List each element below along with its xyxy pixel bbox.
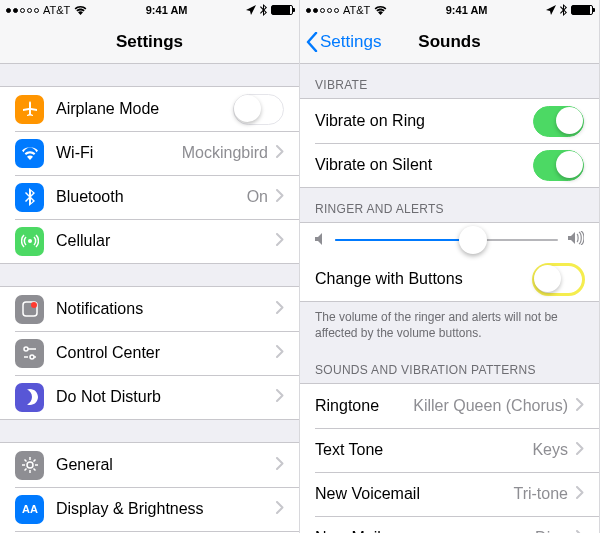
back-button[interactable]: Settings [300,32,381,52]
row-label: New Voicemail [315,485,513,503]
chevron-right-icon [276,188,284,206]
chevron-right-icon [276,388,284,406]
nav-bar: Settings [0,20,299,64]
svg-text:AA: AA [22,503,38,515]
row-label: Notifications [56,300,276,318]
section-header-vibrate: VIBRATE [300,64,599,98]
status-bar: AT&T 9:41 AM [0,0,299,20]
bluetooth-icon [15,183,44,212]
airplane-icon [15,95,44,124]
row-value: Mockingbird [182,144,268,162]
chevron-right-icon [576,397,584,415]
brightness-icon: AA [15,495,44,524]
settings-row-control-center[interactable]: Control Center [0,331,299,375]
location-icon [246,5,256,15]
chevron-right-icon [276,300,284,318]
carrier: AT&T [343,4,370,16]
settings-row-general[interactable]: General [0,443,299,487]
svg-point-2 [31,302,37,308]
settings-row-cellular[interactable]: Cellular [0,219,299,263]
chevron-right-icon [576,441,584,459]
section-header-ringer: RINGER AND ALERTS [300,188,599,222]
moon-icon [15,383,44,412]
toggle[interactable] [533,150,584,181]
section-header-sounds: SOUNDS AND VIBRATION PATTERNS [300,349,599,383]
chevron-right-icon [576,529,584,533]
row-label: Wi-Fi [56,144,182,162]
row-label: Cellular [56,232,276,250]
ringer-footer: The volume of the ringer and alerts will… [300,302,599,349]
settings-row-display-brightness[interactable]: AADisplay & Brightness [0,487,299,531]
gear-icon [15,451,44,480]
row-label: General [56,456,276,474]
row-label: Do Not Disturb [56,388,276,406]
chevron-right-icon [276,500,284,518]
chevron-right-icon [276,344,284,362]
row-value: Killer Queen (Chorus) [413,397,568,415]
settings-row-bluetooth[interactable]: BluetoothOn [0,175,299,219]
chevron-right-icon [276,456,284,474]
ringer-volume-slider[interactable] [300,223,599,257]
row-value: Ding [535,529,568,533]
status-bar: AT&T 9:41 AM [300,0,599,20]
row-label: Control Center [56,344,276,362]
row-label: Airplane Mode [56,100,233,118]
cellular-icon [15,227,44,256]
chevron-right-icon [276,144,284,162]
sound-row-new-voicemail[interactable]: New VoicemailTri-tone [300,472,599,516]
wifi-icon [15,139,44,168]
svg-point-3 [24,347,28,351]
status-time: 9:41 AM [146,4,188,16]
volume-low-icon [315,231,325,249]
change-with-buttons-toggle[interactable] [533,264,584,295]
settings-pane: AT&T 9:41 AM Settings Airplane ModeWi-Fi… [0,0,300,533]
slider-track[interactable] [335,239,558,241]
toggle[interactable] [533,106,584,137]
settings-row-wi-fi[interactable]: Wi-FiMockingbird [0,131,299,175]
sound-row-ringtone[interactable]: RingtoneKiller Queen (Chorus) [300,384,599,428]
vibrate-row[interactable]: Vibrate on Ring [300,99,599,143]
signal-icon [6,8,39,13]
row-label: Vibrate on Ring [315,112,533,130]
chevron-left-icon [306,32,318,52]
row-label: Text Tone [315,441,532,459]
page-title: Settings [0,32,299,52]
battery-icon [271,5,293,15]
control-center-icon [15,339,44,368]
svg-point-0 [28,239,32,243]
settings-row-do-not-disturb[interactable]: Do Not Disturb [0,375,299,419]
notifications-icon [15,295,44,324]
sound-row-new-mail[interactable]: New MailDing [300,516,599,533]
toggle[interactable] [233,94,284,125]
wifi-status-icon [374,6,387,15]
settings-row-notifications[interactable]: Notifications [0,287,299,331]
row-value: Tri-tone [513,485,568,503]
bluetooth-status-icon [260,4,267,16]
bluetooth-status-icon [560,4,567,16]
location-icon [546,5,556,15]
row-label: Change with Buttons [315,270,533,288]
nav-bar: Settings Sounds [300,20,599,64]
row-label: Ringtone [315,397,413,415]
row-label: New Mail [315,529,535,533]
chevron-right-icon [276,232,284,250]
row-label: Bluetooth [56,188,247,206]
sounds-pane: AT&T 9:41 AM Settings Sounds VIBRATE Vib… [300,0,600,533]
row-label: Vibrate on Silent [315,156,533,174]
svg-point-5 [27,462,33,468]
signal-icon [306,8,339,13]
settings-row-airplane-mode[interactable]: Airplane Mode [0,87,299,131]
row-value: On [247,188,268,206]
back-label: Settings [320,32,381,52]
vibrate-row[interactable]: Vibrate on Silent [300,143,599,187]
settings-list[interactable]: Airplane ModeWi-FiMockingbirdBluetoothOn… [0,64,299,533]
sounds-list[interactable]: VIBRATE Vibrate on RingVibrate on Silent… [300,64,599,533]
change-with-buttons-row[interactable]: Change with Buttons [300,257,599,301]
wifi-status-icon [74,6,87,15]
row-label: Display & Brightness [56,500,276,518]
status-time: 9:41 AM [446,4,488,16]
carrier: AT&T [43,4,70,16]
volume-high-icon [568,231,584,249]
sound-row-text-tone[interactable]: Text ToneKeys [300,428,599,472]
chevron-right-icon [576,485,584,503]
